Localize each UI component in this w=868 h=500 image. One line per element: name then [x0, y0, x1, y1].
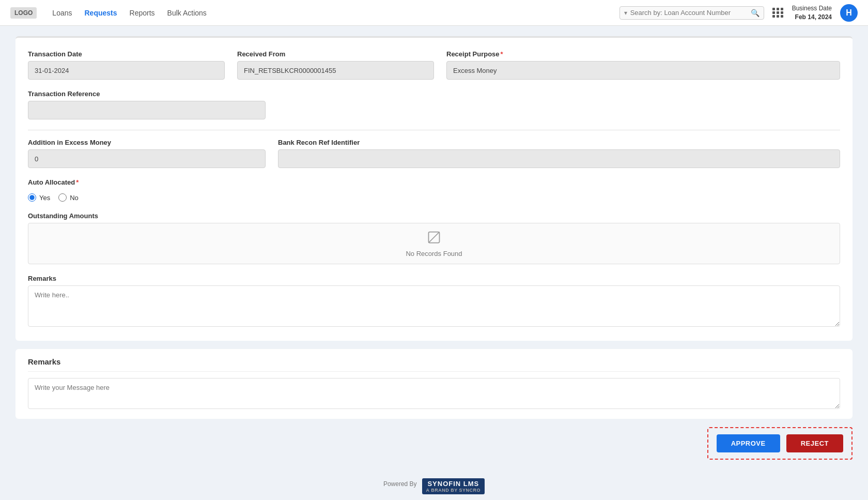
nav-item-reports[interactable]: Reports	[130, 7, 155, 19]
nav-item-loans[interactable]: Loans	[52, 7, 72, 19]
auto-allocated-radio-group: Yes No	[28, 193, 840, 202]
filter-icon: ▾	[624, 9, 627, 17]
remarks-label: Remarks	[28, 275, 840, 282]
required-star: *	[501, 50, 503, 58]
radio-no-label: No	[70, 194, 79, 202]
search-icon[interactable]: 🔍	[751, 9, 760, 17]
business-date: Business Date Feb 14, 2024	[792, 4, 832, 22]
svg-line-1	[429, 232, 440, 243]
header: LOGO Loans Requests Reports Bulk Actions…	[0, 0, 868, 26]
form-row-3: Addition in Excess Money Bank Recon Ref …	[28, 139, 840, 168]
main-content: Transaction Date Received From Receipt P…	[0, 26, 868, 500]
logo: LOGO	[10, 7, 37, 19]
transaction-ref-group: Transaction Reference	[28, 90, 266, 119]
transaction-date-group: Transaction Date	[28, 50, 225, 80]
addition-excess-input[interactable]	[28, 149, 266, 168]
outstanding-amounts-label: Outstanding Amounts	[28, 212, 840, 220]
synofin-brand: SYNOFIN LMS A BRAND BY SYNCRO	[422, 478, 485, 494]
form-row-1: Transaction Date Received From Receipt P…	[28, 50, 840, 80]
nav-item-bulk-actions[interactable]: Bulk Actions	[167, 7, 207, 19]
bank-recon-input[interactable]	[278, 149, 840, 168]
radio-no-option[interactable]: No	[58, 193, 79, 202]
auto-allocated-label: Auto Allocated*	[28, 178, 840, 186]
reject-button[interactable]: REJECT	[786, 434, 843, 452]
transaction-date-input[interactable]	[28, 61, 225, 80]
transaction-ref-label: Transaction Reference	[28, 90, 266, 98]
transaction-date-label: Transaction Date	[28, 50, 225, 58]
outstanding-amounts-table: No Records Found	[28, 223, 840, 264]
footer-logo: SYNOFIN LMS A BRAND BY SYNCRO	[422, 478, 485, 494]
receipt-purpose-input[interactable]	[446, 61, 840, 80]
main-nav: Loans Requests Reports Bulk Actions	[52, 7, 619, 19]
receipt-purpose-label: Receipt Purpose*	[446, 50, 840, 58]
powered-by-text: Powered By	[383, 480, 417, 488]
bottom-remarks-section: Remarks	[16, 349, 853, 419]
receipt-purpose-group: Receipt Purpose*	[446, 50, 840, 80]
addition-excess-group: Addition in Excess Money	[28, 139, 266, 168]
no-records-text: No Records Found	[406, 250, 462, 257]
remarks-textarea[interactable]	[28, 285, 840, 327]
search-input[interactable]	[630, 9, 751, 17]
no-records-icon	[427, 230, 441, 248]
remarks-group: Remarks	[28, 275, 840, 328]
user-avatar[interactable]: H	[840, 4, 858, 22]
action-area: APPROVE REJECT	[16, 427, 853, 460]
radio-no-input[interactable]	[58, 193, 67, 202]
nav-item-requests[interactable]: Requests	[85, 7, 117, 19]
header-right: ▾ 🔍 Business Date Feb 14, 2024 H	[619, 4, 858, 22]
auto-allocated-group: Auto Allocated* Yes No	[28, 178, 840, 202]
addition-excess-label: Addition in Excess Money	[28, 139, 266, 146]
bank-recon-group: Bank Recon Ref Identifier	[278, 139, 840, 168]
radio-yes-label: Yes	[39, 194, 50, 202]
radio-yes-input[interactable]	[28, 193, 36, 202]
outstanding-amounts-section: Outstanding Amounts No Records Found	[28, 212, 840, 264]
received-from-label: Received From	[237, 50, 434, 58]
auto-required-star: *	[76, 178, 79, 186]
action-buttons-wrapper: APPROVE REJECT	[707, 427, 853, 460]
received-from-input[interactable]	[237, 61, 434, 80]
approve-button[interactable]: APPROVE	[717, 434, 780, 452]
transaction-ref-input[interactable]	[28, 101, 266, 119]
radio-yes-option[interactable]: Yes	[28, 193, 50, 202]
received-from-group: Received From	[237, 50, 434, 80]
bottom-remarks-textarea[interactable]	[28, 378, 840, 409]
form-row-2: Transaction Reference	[28, 90, 840, 119]
form-card: Transaction Date Received From Receipt P…	[16, 36, 853, 341]
bank-recon-label: Bank Recon Ref Identifier	[278, 139, 840, 146]
form-row-auto-allocated: Auto Allocated* Yes No	[28, 178, 840, 202]
form-divider-1	[28, 130, 840, 130]
search-container: ▾ 🔍	[619, 6, 764, 20]
bottom-remarks-title: Remarks	[28, 357, 840, 372]
footer: Powered By SYNOFIN LMS A BRAND BY SYNCRO	[16, 470, 853, 500]
apps-grid-icon[interactable]	[772, 8, 784, 18]
